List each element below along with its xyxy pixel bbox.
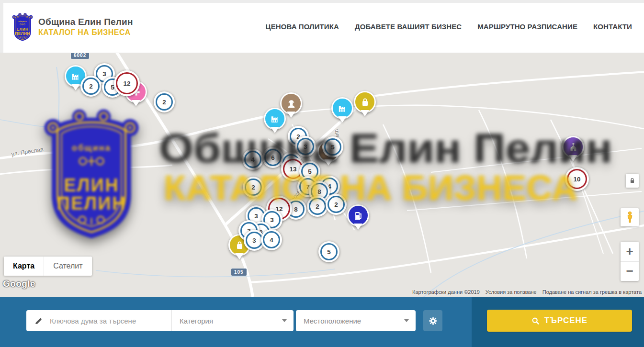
cluster-count: 3 [102,70,106,78]
cluster-marker[interactable]: 4 [261,229,282,250]
cluster-count: 4 [251,156,255,163]
site-logo[interactable]: Община Елин Пелин КАТАЛОГ НА БИЗНЕСА [11,12,133,42]
cluster-count: 10 [573,176,580,183]
map-type-map-button[interactable]: Карта [4,257,44,276]
nav-add-business[interactable]: ДОБАВЕТЕ ВАШИЯТ БИЗНЕС [355,22,462,31]
site-subtitle: КАТАЛОГ НА БИЗНЕСА [38,28,133,37]
terms-link[interactable]: Условия за ползване [486,289,537,295]
nav-pricing-policy[interactable]: ЦЕНОВА ПОЛИТИКА [266,22,339,31]
chevron-down-icon [404,319,409,325]
cluster-count: 5 [308,168,312,175]
pin-factory[interactable] [331,97,353,119]
cluster-count: 8 [317,188,321,195]
location-dropdown-label: Местоположение [304,317,361,325]
gear-icon [429,316,438,325]
keyword-search-input[interactable] [49,316,170,325]
cluster-count: 3 [270,216,274,224]
road-shield: 105 [231,269,247,276]
road-shield: 6002 [71,53,89,59]
map-type-satellite-button[interactable]: Сателит [44,257,91,276]
pin-shopping-bag[interactable] [354,91,376,113]
header: Община Елин Пелин КАТАЛОГ НА БИЗНЕСА ЦЕН… [0,0,644,53]
search-icon [531,317,540,325]
search-button-label: ТЪРСЕНЕ [544,316,588,325]
map-data-text: Картографски данни ©2019 [412,289,480,295]
pegman-icon [625,211,635,224]
cluster-marker[interactable]: 2 [80,76,102,97]
category-dropdown-label: Категория [180,317,213,325]
cluster-count: 3 [252,237,256,244]
cluster-count: 3 [254,213,258,220]
cluster-count: 3 [304,143,307,150]
cluster-count: 6 [271,154,275,161]
municipality-shield-icon [11,12,34,42]
street-view-pegman-button[interactable] [621,208,639,226]
page: Община Елин Пелин КАТАЛОГ НА БИЗНЕСА ЦЕН… [0,0,644,347]
category-dropdown[interactable]: Категория [171,310,294,331]
report-error-link[interactable]: Подаване на сигнал за грешка в картата [542,289,642,295]
cluster-count: 8 [294,206,298,213]
cluster-marker[interactable]: 12 [114,70,140,96]
cluster-marker[interactable]: 4 [242,149,263,170]
lock-button[interactable] [626,174,639,188]
street-label: ул. Преслав [11,146,44,157]
search-bar: Категория Местоположение [0,297,644,347]
pencil-icon [34,317,43,325]
cluster-count: 12 [123,80,130,87]
cluster-count: 13 [289,166,296,173]
settings-button[interactable] [423,310,442,331]
pin-church[interactable] [562,136,584,158]
zoom-control: + − [621,242,639,281]
cluster-marker[interactable]: 2 [326,194,347,215]
cluster-marker[interactable]: 3 [295,136,316,157]
location-dropdown[interactable]: Местоположение [296,310,416,331]
main-nav: ЦЕНОВА ПОЛИТИКАДОБАВЕТЕ ВАШИЯТ БИЗНЕСМАР… [266,0,632,53]
cluster-marker[interactable]: 10 [565,167,589,191]
cluster-count: 2 [89,83,93,90]
nav-contacts[interactable]: КОНТАКТИ [593,22,632,31]
cluster-count: 2 [316,203,319,210]
cluster-count: 2 [334,201,338,208]
pin-fuel[interactable] [347,204,369,226]
cluster-count: 2 [162,99,166,106]
cluster-marker[interactable]: 2 [307,196,328,217]
cluster-marker[interactable]: 5 [318,241,339,262]
pin-worker[interactable] [280,92,302,114]
google-logo[interactable]: Google [3,279,35,289]
site-title: Община Елин Пелин [38,17,133,27]
search-button[interactable]: ТЪРСЕНЕ [487,310,632,332]
cluster-marker[interactable]: 2 [154,91,175,112]
cluster-marker[interactable]: 5 [322,136,343,157]
cluster-marker[interactable]: 2 [243,177,264,198]
pin-factory[interactable] [264,108,286,130]
map-attribution: Картографски данни ©2019 Условия за полз… [412,289,642,295]
cluster-count: 5 [327,248,331,256]
cluster-count: 4 [270,236,273,244]
page-left-margin [0,0,3,53]
lock-icon [629,177,636,185]
cluster-count: 5 [331,144,335,151]
cluster-marker[interactable]: 6 [262,147,283,168]
chevron-down-icon [282,319,287,325]
cluster-count: 2 [251,184,255,191]
page-top-margin [0,0,644,3]
markers-layer: 3251222354671352748228123383345106002105… [0,53,644,297]
keyword-field [26,310,171,331]
zoom-in-button[interactable]: + [621,242,639,262]
map-type-control: Карта Сателит [4,257,92,276]
nav-route-schedule[interactable]: МАРШРУТНО РАЗПИСАНИЕ [477,22,577,31]
map-viewport[interactable]: 3251222354671352748228123383345106002105… [0,53,644,297]
zoom-out-button[interactable]: − [621,262,639,281]
